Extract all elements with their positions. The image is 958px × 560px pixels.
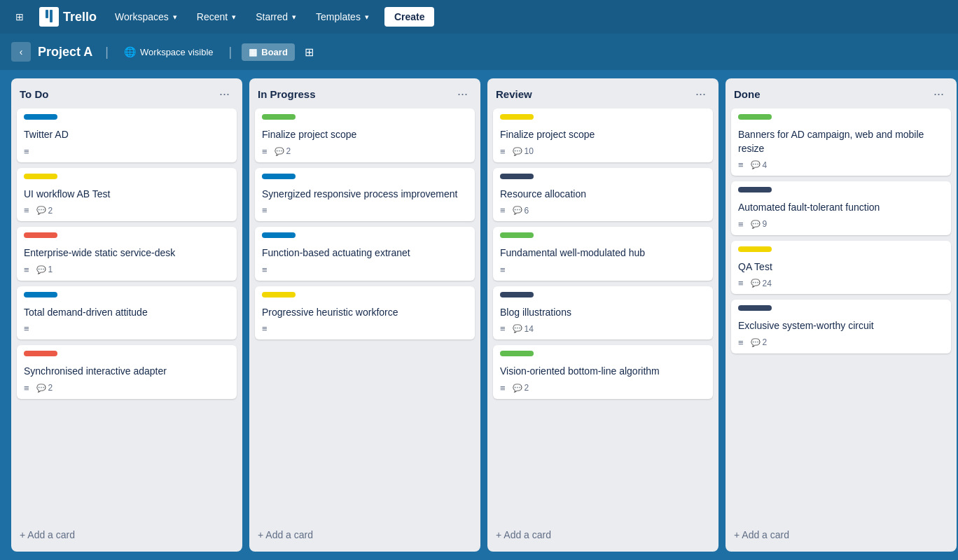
card-label-color xyxy=(738,114,772,120)
card-card-15[interactable]: Banners for AD campaign, web and mobile … xyxy=(731,108,951,176)
card-label-color xyxy=(24,174,57,179)
column-menu-button-review[interactable]: ··· xyxy=(691,85,710,103)
card-card-1[interactable]: Twitter AD≡ xyxy=(17,108,237,162)
recent-menu[interactable]: Recent ▾ xyxy=(190,7,243,27)
card-title: Finalize project scope xyxy=(500,128,706,142)
starred-label: Starred xyxy=(256,11,288,22)
description-icon: ≡ xyxy=(262,323,268,334)
card-card-14[interactable]: Vision-oriented bottom-line algorithm≡💬2 xyxy=(493,345,713,399)
card-card-2[interactable]: UI workflow AB Test≡💬2 xyxy=(17,168,237,222)
card-footer: ≡💬2 xyxy=(24,383,230,393)
recent-label: Recent xyxy=(197,11,228,22)
grid-icon[interactable]: ⊞ xyxy=(8,7,31,27)
card-label-color xyxy=(24,292,57,298)
card-label-color xyxy=(500,232,534,238)
top-nav: ⊞ Trello Workspaces ▾ Recent ▾ Starred ▾… xyxy=(0,0,958,34)
column-review: Review···Finalize project scope≡💬10Resou… xyxy=(487,78,718,552)
column-header-in-progress: In Progress··· xyxy=(249,78,480,108)
card-card-6[interactable]: Finalize project scope≡💬2 xyxy=(255,108,475,162)
card-footer: ≡💬10 xyxy=(500,146,706,157)
card-title: Exclusive system-worthy circuit xyxy=(738,319,944,333)
column-menu-button-done[interactable]: ··· xyxy=(929,85,948,103)
comment-number: 4 xyxy=(763,160,768,170)
card-footer: ≡💬2 xyxy=(500,383,706,393)
card-title: Blog illustrations xyxy=(500,306,706,320)
comment-number: 14 xyxy=(525,324,534,334)
card-title: Twitter AD xyxy=(24,128,230,142)
workspace-visibility-button[interactable]: 🌐 Workspace visible xyxy=(118,43,219,60)
card-card-18[interactable]: Exclusive system-worthy circuit≡💬2 xyxy=(731,300,951,354)
comment-icon: 💬 xyxy=(751,160,761,169)
card-title: Synergized responsive process improvemen… xyxy=(262,188,468,202)
comment-number: 2 xyxy=(763,337,768,347)
add-card-button-in-progress[interactable]: + Add a card xyxy=(249,524,480,546)
card-card-5[interactable]: Synchronised interactive adapter≡💬2 xyxy=(17,345,237,399)
card-card-7[interactable]: Synergized responsive process improvemen… xyxy=(255,168,475,222)
description-icon: ≡ xyxy=(24,205,29,216)
card-label-color xyxy=(500,114,534,120)
card-title: Finalize project scope xyxy=(262,128,468,142)
card-label-color xyxy=(24,351,57,356)
card-title: QA Test xyxy=(738,260,944,274)
chevron-down-icon: ▾ xyxy=(173,13,177,22)
card-title: Resource allocation xyxy=(500,188,706,202)
card-footer: ≡ xyxy=(24,323,230,334)
templates-menu[interactable]: Templates ▾ xyxy=(309,7,376,27)
add-card-button-todo[interactable]: + Add a card xyxy=(11,524,242,546)
description-icon: ≡ xyxy=(500,146,506,157)
column-menu-button-in-progress[interactable]: ··· xyxy=(453,85,472,103)
card-card-3[interactable]: Enterprise-wide static service-desk≡💬1 xyxy=(17,227,237,281)
card-card-10[interactable]: Finalize project scope≡💬10 xyxy=(493,108,713,162)
expand-button[interactable]: ⊞ xyxy=(302,43,317,62)
description-icon: ≡ xyxy=(24,265,29,275)
card-label-color xyxy=(500,351,534,356)
card-footer: ≡💬24 xyxy=(738,278,944,288)
card-card-17[interactable]: QA Test≡💬24 xyxy=(731,241,951,295)
chevron-down-icon: ▾ xyxy=(365,13,369,22)
description-icon: ≡ xyxy=(500,323,506,334)
card-label-color xyxy=(24,114,57,120)
comment-count: 💬2 xyxy=(36,383,53,393)
card-card-16[interactable]: Automated fault-tolerant function≡💬9 xyxy=(731,181,951,235)
workspaces-label: Workspaces xyxy=(115,11,169,22)
card-card-12[interactable]: Fundamental well-modulated hub≡ xyxy=(493,227,713,281)
card-title: Progressive heuristic workforce xyxy=(262,306,468,320)
comment-icon: 💬 xyxy=(513,384,522,393)
comment-count: 💬4 xyxy=(751,160,768,170)
column-menu-button-todo[interactable]: ··· xyxy=(215,85,234,103)
globe-icon: 🌐 xyxy=(124,46,136,57)
card-label-color xyxy=(262,114,296,120)
comment-number: 24 xyxy=(763,279,772,288)
comment-number: 2 xyxy=(525,383,529,393)
add-card-button-review[interactable]: + Add a card xyxy=(487,524,718,546)
comment-count: 💬6 xyxy=(513,206,529,216)
card-label-color xyxy=(738,246,772,252)
starred-menu[interactable]: Starred ▾ xyxy=(249,7,303,27)
description-icon: ≡ xyxy=(738,219,744,230)
board-view-button[interactable]: ▦ Board xyxy=(242,43,295,61)
card-label-color xyxy=(262,292,296,298)
card-card-11[interactable]: Resource allocation≡💬6 xyxy=(493,168,713,222)
card-footer: ≡💬2 xyxy=(262,146,468,157)
card-card-9[interactable]: Progressive heuristic workforce≡ xyxy=(255,286,475,340)
comment-icon: 💬 xyxy=(513,206,522,215)
sidebar-toggle-button[interactable]: ‹ xyxy=(11,42,31,62)
comment-number: 6 xyxy=(525,206,529,216)
card-title: Automated fault-tolerant function xyxy=(738,201,944,215)
column-title-todo: To Do xyxy=(20,88,48,100)
card-title: Synchronised interactive adapter xyxy=(24,365,230,379)
card-card-13[interactable]: Blog illustrations≡💬14 xyxy=(493,286,713,340)
workspaces-menu[interactable]: Workspaces ▾ xyxy=(108,7,184,27)
cards-container-done: Banners for AD campaign, web and mobile … xyxy=(726,108,957,521)
comment-count: 💬2 xyxy=(751,337,768,347)
card-footer: ≡💬1 xyxy=(24,265,230,275)
card-label-color xyxy=(24,232,57,238)
card-label-color xyxy=(262,232,296,238)
description-icon: ≡ xyxy=(738,278,744,288)
create-button[interactable]: Create xyxy=(384,7,435,27)
card-card-8[interactable]: Function-based actuating extranet≡ xyxy=(255,227,475,281)
column-header-review: Review··· xyxy=(487,78,718,108)
add-card-button-done[interactable]: + Add a card xyxy=(726,524,957,546)
card-card-4[interactable]: Total demand-driven attitude≡ xyxy=(17,286,237,340)
description-icon: ≡ xyxy=(24,146,29,157)
